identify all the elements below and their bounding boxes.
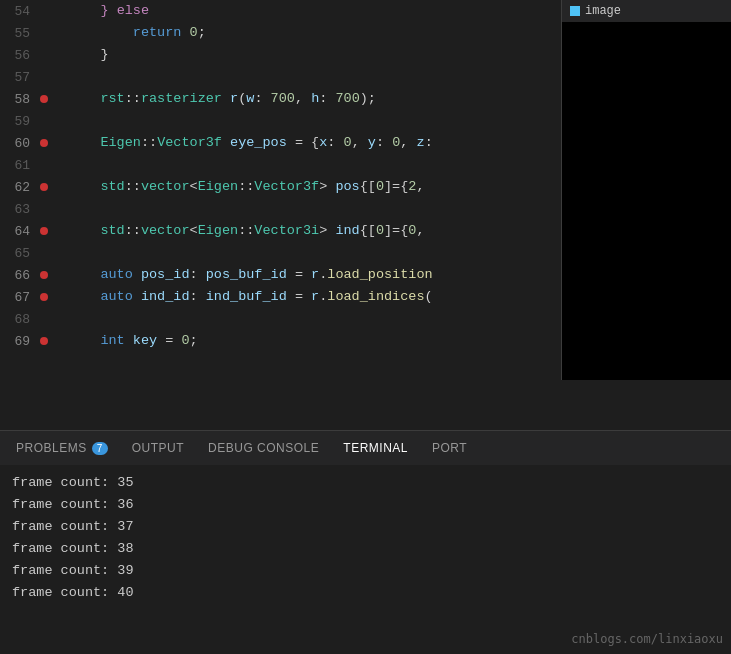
code-line: 56 }: [0, 44, 561, 66]
code-line: 62 std::vector<Eigen::Vector3f> pos{[0]=…: [0, 176, 561, 198]
tab-label-debug-console: DEBUG CONSOLE: [208, 441, 319, 455]
image-panel-title: image: [585, 4, 621, 18]
line-number: 57: [0, 70, 40, 85]
image-panel: image: [561, 0, 731, 380]
breakpoint-dot: [40, 227, 48, 235]
tab-label-output: OUTPUT: [132, 441, 184, 455]
line-number: 60: [0, 136, 40, 151]
line-number: 61: [0, 158, 40, 173]
line-content: } else: [60, 0, 149, 22]
terminal-line: frame count: 40: [12, 581, 719, 603]
terminal-text: frame count: 38: [12, 541, 134, 556]
breakpoint-dot: [40, 271, 48, 279]
terminal-line: frame count: 36: [12, 493, 719, 515]
code-line: 69 int key = 0;: [0, 330, 561, 352]
code-line: 59: [0, 110, 561, 132]
breakpoint-dot: [40, 139, 48, 147]
breakpoint-indicator: [40, 267, 48, 283]
tab-ports[interactable]: PORT: [420, 431, 479, 466]
image-panel-header: image: [562, 0, 731, 22]
code-line: 61: [0, 154, 561, 176]
terminal-line: frame count: 39: [12, 559, 719, 581]
terminal-text: frame count: 35: [12, 475, 134, 490]
terminal-line: frame count: 37: [12, 515, 719, 537]
line-content: int key = 0;: [60, 330, 198, 352]
terminal-line: frame count: 38: [12, 537, 719, 559]
terminal-text: frame count: 40: [12, 585, 134, 600]
code-lines: 54 } else55 return 0;56 }5758 rst::raste…: [0, 0, 561, 352]
line-content: std::vector<Eigen::Vector3i> ind{[0]={0,: [60, 220, 425, 242]
terminal-line: frame count: 35: [12, 471, 719, 493]
line-number: 69: [0, 334, 40, 349]
line-content: auto ind_id: ind_buf_id = r.load_indices…: [60, 286, 433, 308]
line-number: 66: [0, 268, 40, 283]
code-line: 57: [0, 66, 561, 88]
terminal-text: frame count: 36: [12, 497, 134, 512]
line-number: 56: [0, 48, 40, 63]
breakpoint-indicator: [40, 289, 48, 305]
line-number: 64: [0, 224, 40, 239]
code-line: 65: [0, 242, 561, 264]
line-number: 68: [0, 312, 40, 327]
breakpoint-indicator: [40, 91, 48, 107]
terminal-text: frame count: 37: [12, 519, 134, 534]
code-line: 54 } else: [0, 0, 561, 22]
code-line: 58 rst::rasterizer r(w: 700, h: 700);: [0, 88, 561, 110]
tab-label-terminal: TERMINAL: [343, 441, 408, 455]
terminal-area[interactable]: frame count: 35frame count: 36frame coun…: [0, 465, 731, 654]
breakpoint-dot: [40, 183, 48, 191]
code-line: 67 auto ind_id: ind_buf_id = r.load_indi…: [0, 286, 561, 308]
panel-tabs: PROBLEMS7OUTPUTDEBUG CONSOLETERMINALPORT: [0, 430, 731, 465]
line-content: std::vector<Eigen::Vector3f> pos{[0]={2,: [60, 176, 425, 198]
breakpoint-indicator: [40, 333, 48, 349]
watermark: cnblogs.com/linxiaoxu: [571, 632, 723, 646]
tab-badge-problems: 7: [92, 442, 108, 455]
image-panel-body: [562, 22, 731, 380]
main-container: 54 } else55 return 0;56 }5758 rst::raste…: [0, 0, 731, 654]
tab-label-problems: PROBLEMS: [16, 441, 87, 455]
line-number: 62: [0, 180, 40, 195]
line-content: rst::rasterizer r(w: 700, h: 700);: [60, 88, 376, 110]
line-number: 54: [0, 4, 40, 19]
breakpoint-indicator: [40, 179, 48, 195]
tab-output[interactable]: OUTPUT: [120, 431, 196, 466]
code-line: 68: [0, 308, 561, 330]
line-content: }: [60, 44, 109, 66]
line-number: 59: [0, 114, 40, 129]
terminal-text: frame count: 39: [12, 563, 134, 578]
line-number: 55: [0, 26, 40, 41]
code-line: 66 auto pos_id: pos_buf_id = r.load_posi…: [0, 264, 561, 286]
breakpoint-dot: [40, 95, 48, 103]
tab-debug-console[interactable]: DEBUG CONSOLE: [196, 431, 331, 466]
line-content: auto pos_id: pos_buf_id = r.load_positio…: [60, 264, 433, 286]
image-panel-icon: [570, 6, 580, 16]
code-line: 63: [0, 198, 561, 220]
code-line: 55 return 0;: [0, 22, 561, 44]
code-line: 64 std::vector<Eigen::Vector3i> ind{[0]=…: [0, 220, 561, 242]
code-line: 60 Eigen::Vector3f eye_pos = {x: 0, y: 0…: [0, 132, 561, 154]
line-number: 58: [0, 92, 40, 107]
breakpoint-indicator: [40, 223, 48, 239]
line-content: Eigen::Vector3f eye_pos = {x: 0, y: 0, z…: [60, 132, 433, 154]
tab-label-ports: PORT: [432, 441, 467, 455]
line-number: 67: [0, 290, 40, 305]
line-content: return 0;: [60, 22, 206, 44]
breakpoint-dot: [40, 337, 48, 345]
editor-area: 54 } else55 return 0;56 }5758 rst::raste…: [0, 0, 731, 430]
line-number: 65: [0, 246, 40, 261]
tab-terminal[interactable]: TERMINAL: [331, 431, 420, 466]
line-number: 63: [0, 202, 40, 217]
breakpoint-indicator: [40, 135, 48, 151]
breakpoint-dot: [40, 293, 48, 301]
tab-problems[interactable]: PROBLEMS7: [4, 431, 120, 466]
